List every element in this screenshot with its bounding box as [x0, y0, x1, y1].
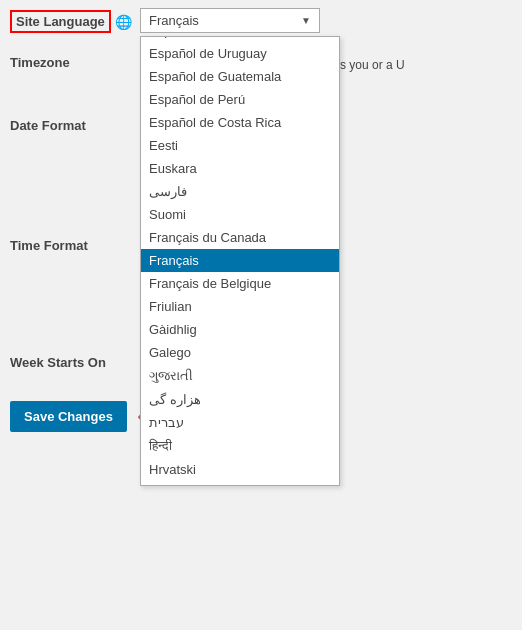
- language-option[interactable]: עברית: [141, 411, 339, 434]
- translate-icon: 🌐: [115, 14, 132, 30]
- language-option[interactable]: Español de Costa Rica: [141, 111, 339, 134]
- language-option[interactable]: Español de Guatemala: [141, 65, 339, 88]
- language-option[interactable]: Français du Canada: [141, 226, 339, 249]
- language-option[interactable]: Suomi: [141, 203, 339, 226]
- settings-page: Site Language 🌐 Français ▼ Español de Ar…: [0, 0, 522, 630]
- site-language-label: Site Language: [10, 10, 111, 33]
- time-format-label: Time Format: [10, 234, 140, 253]
- language-option[interactable]: Français: [141, 249, 339, 272]
- language-option[interactable]: Español de Uruguay: [141, 42, 339, 65]
- site-language-label-wrap: Site Language 🌐: [10, 8, 140, 33]
- language-option[interactable]: Français de Belgique: [141, 272, 339, 295]
- language-option[interactable]: Friulian: [141, 295, 339, 318]
- language-option[interactable]: Hrvatski: [141, 458, 339, 481]
- site-language-content: Français ▼ Español de ArgentinaEspañol d…: [140, 8, 512, 33]
- language-option[interactable]: Eesti: [141, 134, 339, 157]
- language-option[interactable]: هزاره گی: [141, 388, 339, 411]
- language-option[interactable]: فارسی: [141, 180, 339, 203]
- chevron-down-icon: ▼: [301, 15, 311, 26]
- week-starts-on-label: Week Starts On: [10, 355, 140, 370]
- language-option[interactable]: हिन्दी: [141, 434, 339, 458]
- language-option[interactable]: ગુજરાતી: [141, 364, 339, 388]
- language-option[interactable]: Gàidhlig: [141, 318, 339, 341]
- language-option[interactable]: Hornjoserbšćina: [141, 481, 339, 486]
- site-language-dropdown-trigger[interactable]: Français ▼: [140, 8, 320, 33]
- timezone-label: Timezone: [10, 51, 140, 70]
- language-option[interactable]: Español de Perú: [141, 88, 339, 111]
- site-language-selected: Français: [149, 13, 199, 28]
- site-language-row: Site Language 🌐 Français ▼ Español de Ar…: [0, 0, 522, 41]
- save-changes-button[interactable]: Save Changes: [10, 401, 127, 432]
- language-option[interactable]: Euskara: [141, 157, 339, 180]
- date-format-label: Date Format: [10, 114, 140, 133]
- site-language-dropdown-list[interactable]: Español de ArgentinaEspañol de MéxicoEsp…: [140, 36, 340, 486]
- language-option[interactable]: Galego: [141, 341, 339, 364]
